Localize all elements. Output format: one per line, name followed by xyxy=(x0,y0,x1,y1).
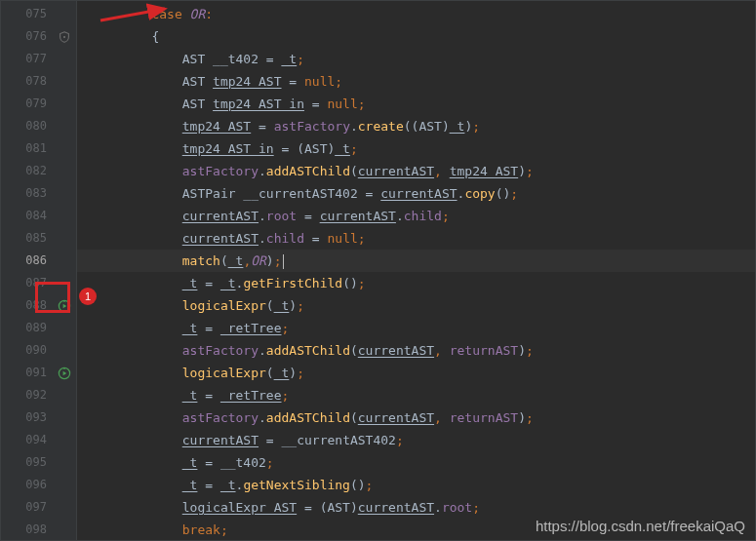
code-line[interactable]: astFactory.addASTChild(currentAST, retur… xyxy=(77,406,755,429)
line-number[interactable]: 083 xyxy=(1,182,76,205)
line-number[interactable]: 096 xyxy=(1,474,76,496)
svg-point-0 xyxy=(63,35,65,37)
line-number[interactable]: 098 xyxy=(1,519,76,541)
code-line[interactable]: currentAST = __currentAST402; xyxy=(77,429,755,451)
line-number[interactable]: 095 xyxy=(1,451,76,474)
code-line[interactable]: _t = __t402; xyxy=(77,451,755,474)
code-line[interactable]: _t = _t.getNextSibling(); xyxy=(77,474,755,496)
code-area[interactable]: case OR: { AST __t402 = _t; AST tmp24_AS… xyxy=(77,1,755,540)
code-line[interactable]: ASTPair __currentAST402 = currentAST.cop… xyxy=(77,182,755,205)
code-line[interactable]: AST tmp24_AST = null; xyxy=(77,70,755,93)
code-line[interactable]: _t = _retTree; xyxy=(77,384,755,406)
annotation-box xyxy=(35,282,70,313)
line-number[interactable]: 078 xyxy=(1,70,76,93)
svg-line-5 xyxy=(100,9,165,20)
svg-marker-4 xyxy=(63,370,67,375)
line-number[interactable]: 085 xyxy=(1,227,76,250)
code-line[interactable]: astFactory.addASTChild(currentAST, retur… xyxy=(77,339,755,362)
line-number[interactable]: 080 xyxy=(1,115,76,137)
code-line[interactable]: AST __t402 = _t; xyxy=(77,48,755,70)
line-number[interactable]: 076 xyxy=(1,25,76,48)
gutter: 075076 077078079080081082083084085086087… xyxy=(1,1,77,540)
line-number[interactable]: 081 xyxy=(1,137,76,160)
code-line[interactable]: currentAST.child = null; xyxy=(77,227,755,250)
annotation-badge: 1 xyxy=(79,288,97,305)
code-line[interactable]: _t = _retTree; xyxy=(77,317,755,339)
code-line[interactable]: _t = _t.getFirstChild(); xyxy=(77,272,755,294)
line-number[interactable]: 077 xyxy=(1,48,76,70)
run-recursive-icon[interactable] xyxy=(57,366,72,381)
code-line[interactable]: currentAST.root = currentAST.child; xyxy=(77,205,755,227)
line-number[interactable]: 097 xyxy=(1,496,76,519)
code-line[interactable]: astFactory.addASTChild(currentAST, tmp24… xyxy=(77,160,755,182)
code-line[interactable]: match(_t,OR); xyxy=(77,250,755,272)
code-line[interactable]: tmp24_AST = astFactory.create((AST)_t); xyxy=(77,115,755,137)
code-line[interactable]: logicalExpr(_t); xyxy=(77,294,755,317)
line-number[interactable]: 092 xyxy=(1,384,76,406)
line-number[interactable]: 093 xyxy=(1,406,76,429)
line-number[interactable]: 090 xyxy=(1,339,76,362)
code-line[interactable]: logicalExpr_AST = (AST)currentAST.root; xyxy=(77,496,755,519)
code-line[interactable]: case OR: xyxy=(77,3,755,25)
watermark-text: https://blog.csdn.net/freekaiQaQ xyxy=(536,518,745,534)
line-number[interactable]: 082 xyxy=(1,160,76,182)
code-line[interactable]: { xyxy=(77,25,755,48)
code-line[interactable]: AST tmp24_AST_in = null; xyxy=(77,93,755,115)
code-line[interactable]: tmp24_AST_in = (AST)_t; xyxy=(77,137,755,160)
line-number[interactable]: 084 xyxy=(1,205,76,227)
inspection-shield-icon[interactable] xyxy=(57,29,72,45)
line-number[interactable]: 079 xyxy=(1,93,76,115)
line-number[interactable]: 075 xyxy=(1,3,76,25)
editor-container: 075076 077078079080081082083084085086087… xyxy=(1,1,755,540)
line-number[interactable]: 091 xyxy=(1,362,76,384)
line-number[interactable]: 086 xyxy=(1,250,76,272)
line-number[interactable]: 089 xyxy=(1,317,76,339)
annotation-arrow xyxy=(97,1,175,24)
line-number[interactable]: 094 xyxy=(1,429,76,451)
code-line[interactable]: logicalExpr(_t); xyxy=(77,362,755,384)
